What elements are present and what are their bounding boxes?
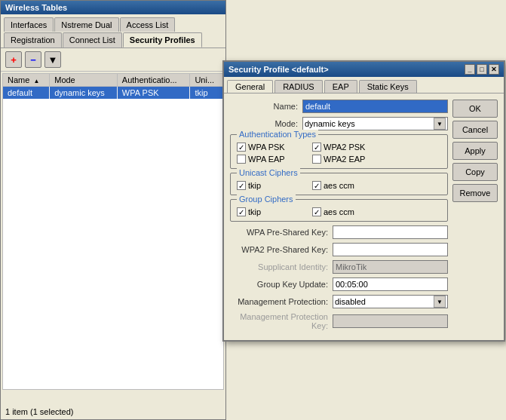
cancel-button[interactable]: Cancel xyxy=(452,121,498,139)
dialog-content: Name: Mode: dynamic keys ▼ Authenticatio… xyxy=(224,94,504,340)
dialog-tab-general[interactable]: General xyxy=(227,80,273,93)
wpa-psk-item: WPA PSK xyxy=(237,143,305,152)
add-button[interactable]: + xyxy=(5,51,22,68)
unicast-tkip-checkbox[interactable] xyxy=(237,181,246,190)
wpa-key-input[interactable] xyxy=(333,225,448,239)
tab-registration[interactable]: Registration xyxy=(4,32,62,48)
security-profile-dialog: Security Profile <default> _ □ ✕ General… xyxy=(222,60,505,342)
mgmt-protection-label: Management Protection: xyxy=(230,297,328,306)
wpa2-key-row: WPA2 Pre-Shared Key: xyxy=(230,243,448,256)
tab-interfaces[interactable]: Interfaces xyxy=(4,17,54,32)
wpa2-eap-checkbox[interactable] xyxy=(312,155,321,164)
group-tkip-label: tkip xyxy=(248,207,261,216)
supplicant-label: Supplicant Identity: xyxy=(230,262,328,271)
main-toolbar: + − ▼ xyxy=(1,48,225,72)
sort-arrow: ▲ xyxy=(33,78,39,84)
group-key-update-input[interactable] xyxy=(333,277,448,291)
wpa2-eap-item: WPA2 EAP xyxy=(312,155,380,164)
mode-select[interactable]: dynamic keys ▼ xyxy=(302,117,448,130)
auth-types-group: Authentication Types WPA PSK WPA2 PSK WP… xyxy=(230,134,448,169)
group-aes-label: aes ccm xyxy=(324,207,354,216)
filter-button[interactable]: ▼ xyxy=(44,51,61,68)
group-tkip-item: tkip xyxy=(237,207,305,216)
dialog-titlebar: Security Profile <default> _ □ ✕ xyxy=(224,62,504,77)
wpa-key-row: WPA Pre-Shared Key: xyxy=(230,225,448,239)
dialog-tab-radius[interactable]: RADIUS xyxy=(274,80,323,93)
dialog-title-buttons: _ □ ✕ xyxy=(465,64,499,75)
dialog-buttons: OK Cancel Apply Copy Remove xyxy=(452,100,498,334)
tab-nstreme-dual[interactable]: Nstreme Dual xyxy=(54,17,118,32)
mode-row: Mode: dynamic keys ▼ xyxy=(230,117,448,130)
dialog-tab-static-keys[interactable]: Static Keys xyxy=(359,80,417,93)
close-button[interactable]: ✕ xyxy=(489,64,499,75)
mgmt-protection-select[interactable]: disabled ▼ xyxy=(333,295,448,308)
mgmt-protection-key-row: Management Protection Key: xyxy=(230,312,448,330)
wpa2-key-input[interactable] xyxy=(333,243,448,256)
mgmt-protection-value: disabled xyxy=(335,297,366,306)
apply-button[interactable]: Apply xyxy=(452,142,498,160)
group-key-update-row: Group Key Update: xyxy=(230,277,448,291)
unicast-tkip-item: tkip xyxy=(237,181,305,190)
mode-label: Mode: xyxy=(230,119,298,128)
col-mode[interactable]: Mode xyxy=(50,74,118,87)
col-auth[interactable]: Authenticatio... xyxy=(117,74,190,87)
remove-button[interactable]: − xyxy=(25,51,41,68)
name-input[interactable] xyxy=(302,100,448,113)
cell-name: default xyxy=(3,87,50,100)
wpa2-psk-checkbox[interactable] xyxy=(312,143,321,152)
cell-mode: dynamic keys xyxy=(50,87,118,100)
remove-button[interactable]: Remove xyxy=(452,184,498,202)
unicast-aes-checkbox[interactable] xyxy=(312,181,321,190)
main-title: Wireless Tables xyxy=(5,3,67,12)
tab-security-profiles[interactable]: Security Profiles xyxy=(123,32,202,48)
wpa2-key-label: WPA2 Pre-Shared Key: xyxy=(230,245,328,254)
wpa-eap-checkbox[interactable] xyxy=(237,155,246,164)
main-table-container: Name ▲ Mode Authenticatio... Uni... defa… xyxy=(2,73,224,390)
wpa2-eap-label: WPA2 EAP xyxy=(324,155,365,164)
col-name[interactable]: Name ▲ xyxy=(3,74,50,87)
auth-types-row1: WPA PSK WPA2 PSK xyxy=(237,143,441,152)
wpa-eap-label: WPA EAP xyxy=(248,155,285,164)
mgmt-protection-key-input xyxy=(333,314,448,328)
table-row[interactable]: default dynamic keys WPA PSK tkip xyxy=(3,87,223,100)
maximize-button[interactable]: □ xyxy=(477,64,487,75)
group-aes-checkbox[interactable] xyxy=(312,207,321,216)
dialog-form: Name: Mode: dynamic keys ▼ Authenticatio… xyxy=(230,100,448,334)
main-window: Wireless Tables Interfaces Nstreme Dual … xyxy=(0,0,226,420)
unicast-ciphers-group: Unicast Ciphers tkip aes ccm xyxy=(230,173,448,195)
mode-dropdown-arrow[interactable]: ▼ xyxy=(434,118,446,130)
mode-value: dynamic keys xyxy=(305,119,355,128)
main-table: Name ▲ Mode Authenticatio... Uni... defa… xyxy=(3,74,223,99)
main-tabs: Interfaces Nstreme Dual Access List Regi… xyxy=(1,14,225,48)
auth-types-label: Authentication Types xyxy=(237,130,318,139)
tab-connect-list[interactable]: Connect List xyxy=(63,32,122,48)
dialog-tab-eap[interactable]: EAP xyxy=(324,80,357,93)
supplicant-input xyxy=(333,260,448,274)
copy-button[interactable]: Copy xyxy=(452,163,498,181)
main-titlebar: Wireless Tables xyxy=(1,1,225,14)
mgmt-protection-key-label: Management Protection Key: xyxy=(230,312,328,330)
cell-uni: tkip xyxy=(190,87,223,100)
group-tkip-checkbox[interactable] xyxy=(237,207,246,216)
mgmt-protection-row: Management Protection: disabled ▼ xyxy=(230,295,448,308)
group-aes-item: aes ccm xyxy=(312,207,380,216)
status-bar: 1 item (1 selected) xyxy=(1,406,78,418)
ok-button[interactable]: OK xyxy=(452,100,498,118)
supplicant-row: Supplicant Identity: xyxy=(230,260,448,274)
minimize-button[interactable]: _ xyxy=(465,64,475,75)
name-row: Name: xyxy=(230,100,448,113)
wpa-key-label: WPA Pre-Shared Key: xyxy=(230,228,328,237)
unicast-aes-item: aes ccm xyxy=(312,181,380,190)
tab-access-list[interactable]: Access List xyxy=(120,17,176,32)
dialog-tabs: General RADIUS EAP Static Keys xyxy=(224,77,504,94)
wpa-psk-checkbox[interactable] xyxy=(237,143,246,152)
group-ciphers-row: tkip aes ccm xyxy=(237,207,441,216)
wpa-psk-label: WPA PSK xyxy=(248,143,285,152)
auth-types-row2: WPA EAP WPA2 EAP xyxy=(237,155,441,164)
mgmt-protection-arrow[interactable]: ▼ xyxy=(434,296,446,308)
wpa2-psk-label: WPA2 PSK xyxy=(324,143,365,152)
name-label: Name: xyxy=(230,102,298,111)
wpa2-psk-item: WPA2 PSK xyxy=(312,143,380,152)
unicast-ciphers-label: Unicast Ciphers xyxy=(237,168,300,177)
col-uni[interactable]: Uni... xyxy=(190,74,223,87)
